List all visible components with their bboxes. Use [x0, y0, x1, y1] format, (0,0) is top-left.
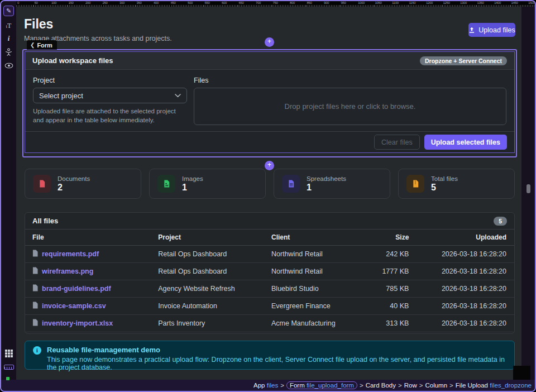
image-file-icon: [157, 175, 175, 193]
app-window: ✎ tT i 050100150200250300350400450500550…: [0, 0, 536, 392]
files-table: File Project Client Size Uploaded requir…: [25, 230, 514, 332]
breadcrumb: App files>Form file_upload_form>Card Bod…: [253, 381, 532, 389]
column-header-project: Project: [158, 230, 271, 245]
breadcrumb-label: File Upload: [456, 382, 488, 389]
upload-card-header: Upload workspace files Dropzone + Server…: [25, 52, 514, 70]
edit-mode-button[interactable]: ✎: [3, 6, 14, 16]
size-cell: 40 KB: [356, 297, 409, 314]
design-canvas: Files Manage attachments across tasks an…: [16, 7, 521, 380]
eye-icon: [4, 63, 13, 69]
blocks-grid-icon[interactable]: [5, 350, 13, 357]
ruler-label: 1400: [494, 1, 501, 4]
stat-label: Documents: [58, 175, 90, 182]
ruler-label: 200: [85, 1, 90, 4]
selected-element-tag[interactable]: ❮ Form: [27, 40, 57, 50]
stat-label: Spreadsheets: [307, 175, 346, 182]
ruler-toggle-icon[interactable]: [4, 365, 14, 370]
ruler-label: 1000: [358, 1, 365, 4]
project-cell: Agency Website Refresh: [158, 280, 271, 297]
file-link[interactable]: invoice-sample.csv: [42, 302, 106, 310]
column-header-file: File: [25, 230, 158, 245]
breadcrumb-separator: >: [280, 382, 284, 389]
ruler-label: 1250: [443, 1, 450, 4]
vertical-scrollbar[interactable]: [521, 7, 535, 380]
stat-value: 2: [58, 183, 90, 193]
breadcrumb-item[interactable]: Row: [404, 382, 417, 389]
stats-row: Documents 2 Images 1 Spreadsheets: [25, 169, 515, 199]
project-cell: Invoice Automation: [158, 297, 271, 314]
breadcrumb-id: file_upload_form: [305, 382, 354, 389]
stat-label: Images: [182, 175, 203, 182]
upload-selected-files-button[interactable]: Upload selected files: [424, 135, 507, 150]
scrollbar-thumb[interactable]: [527, 184, 530, 193]
uploaded-cell: 2026-03-18 16:28:20: [409, 314, 514, 332]
client-cell: Northwind Retail: [271, 245, 356, 262]
info-alert: i Reusable file-management demo This pag…: [25, 341, 515, 370]
clear-files-button[interactable]: Clear files: [374, 135, 420, 150]
file-pdf-icon: [32, 251, 38, 259]
breadcrumb-separator: >: [398, 382, 402, 389]
ruler: 0501001502002503003504004505005506006507…: [16, 1, 535, 7]
info-tool-button[interactable]: i: [1, 32, 16, 45]
typography-tool-button[interactable]: tT: [1, 18, 16, 32]
interactions-tool-button[interactable]: [1, 45, 16, 59]
all-files-card: All files 5 File Project Client Size Upl…: [25, 212, 515, 334]
page-title: Files: [24, 17, 53, 32]
ruler-label: 400: [154, 1, 159, 4]
upload-card-footer: Clear files Upload selected files: [25, 131, 514, 152]
table-row: brand-guidelines.pdfAgency Website Refre…: [25, 280, 514, 297]
insert-before-button[interactable]: +: [265, 37, 274, 47]
breadcrumb-item[interactable]: App files: [253, 382, 278, 389]
project-select[interactable]: Select project: [33, 88, 187, 103]
stat-value: 1: [182, 183, 203, 193]
upload-files-button[interactable]: Upload files: [468, 23, 515, 37]
table-row: requirements.pdfRetail Ops DashboardNort…: [25, 245, 514, 262]
client-cell: Acme Manufacturing: [271, 314, 356, 332]
breadcrumb-item[interactable]: File Upload files_dropzone: [456, 382, 532, 389]
file-link[interactable]: brand-guidelines.pdf: [42, 285, 111, 293]
ruler-label: 1050: [375, 1, 382, 4]
client-cell: Bluebird Studio: [271, 280, 356, 297]
uploaded-cell: 2026-03-18 16:28:20: [409, 262, 514, 280]
ruler-label: 800: [290, 1, 295, 4]
breadcrumb-item[interactable]: Column: [425, 382, 447, 389]
client-cell: Evergreen Finance: [271, 297, 356, 314]
table-header-row: File Project Client Size Uploaded: [25, 230, 514, 245]
ruler-label: 850: [307, 1, 312, 4]
file-pdf-icon: [32, 285, 38, 293]
file-link[interactable]: wireframes.png: [42, 267, 93, 275]
selection-outline[interactable]: Upload workspace files Dropzone + Server…: [22, 49, 517, 157]
file-link[interactable]: inventory-import.xlsx: [42, 319, 113, 327]
info-circle-icon: i: [33, 346, 41, 355]
ruler-label: 1450: [511, 1, 518, 4]
project-select-value: Select project: [39, 92, 83, 100]
stat-card: Documents 2: [25, 169, 141, 199]
ruler-label: 450: [171, 1, 176, 4]
stat-value: 5: [431, 183, 458, 193]
archive-file-icon: [406, 175, 424, 193]
breadcrumb-id: files: [265, 382, 279, 389]
project-cell: Retail Ops Dashboard: [158, 245, 271, 262]
column-header-uploaded: Uploaded: [409, 230, 514, 245]
upload-icon: [468, 27, 475, 34]
file-dropzone[interactable]: Drop project files here or click to brow…: [194, 88, 506, 125]
stat-card: Spreadsheets 1: [274, 169, 390, 199]
file-link[interactable]: requirements.pdf: [42, 250, 99, 258]
selected-element-label: Form: [37, 42, 52, 49]
file-count-badge: 5: [494, 217, 507, 226]
breadcrumb-item[interactable]: Card Body: [366, 382, 396, 389]
insert-after-button[interactable]: +: [265, 161, 274, 170]
breadcrumb-id: files_dropzone: [488, 382, 532, 389]
breadcrumb-item[interactable]: Form file_upload_form: [286, 381, 357, 389]
size-cell: 242 KB: [356, 245, 409, 262]
ruler-label: 100: [51, 1, 56, 4]
upload-card-title: Upload workspace files: [32, 56, 113, 65]
project-cell: Parts Inventory: [158, 314, 271, 332]
chevron-left-icon: ❮: [30, 42, 35, 48]
breadcrumb-label: Row: [404, 382, 417, 389]
uploaded-cell: 2026-03-18 16:28:20: [409, 280, 514, 297]
spreadsheet-file-icon: [282, 175, 300, 193]
preview-tool-button[interactable]: [1, 59, 16, 72]
table-row: wireframes.pngRetail Ops DashboardNorthw…: [25, 262, 514, 280]
ruler-label: 350: [137, 1, 142, 4]
